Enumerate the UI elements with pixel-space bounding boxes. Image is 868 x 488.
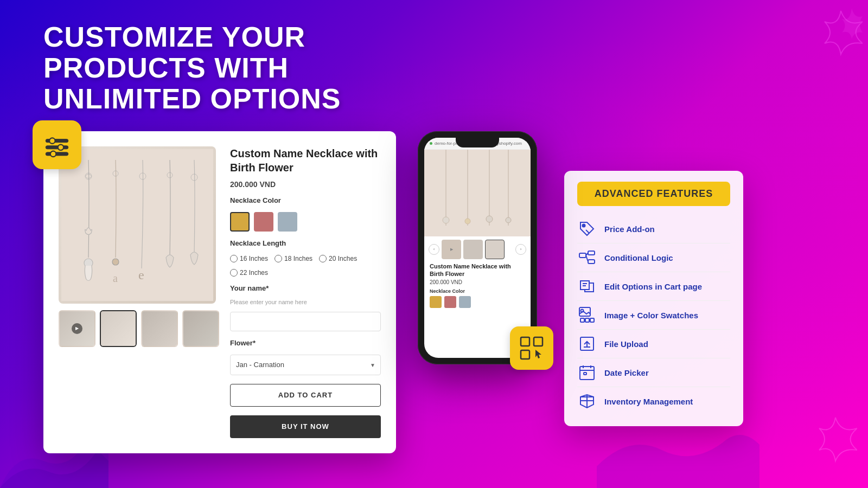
svg-rect-26 <box>534 337 542 346</box>
product-images-section: a e <box>59 146 219 438</box>
feature-inventory-label: Inventory Management <box>604 397 693 406</box>
phone-swatch-gold[interactable] <box>430 296 442 308</box>
product-title: Custom Name Necklace with Birth Flower <box>230 146 381 175</box>
length-20[interactable]: 20 Inches <box>319 255 357 262</box>
phone-thumb-2[interactable] <box>463 240 483 259</box>
feature-inventory: Inventory Management <box>577 387 730 415</box>
svg-rect-25 <box>521 337 529 346</box>
color-swatches <box>230 212 381 232</box>
add-to-cart-button[interactable]: ADD TO CART <box>230 384 381 407</box>
phone-text-area: Custom Name Necklace with Birth Flower 2… <box>424 262 531 313</box>
play-icon: ▶ <box>72 323 82 334</box>
necklace-illustration: a e <box>61 149 213 301</box>
radio-circle-22 <box>230 269 238 277</box>
svg-rect-40 <box>585 318 589 322</box>
swatch-rose[interactable] <box>254 212 273 232</box>
flower-dropdown-wrapper: Jan - Carnation <box>230 355 381 375</box>
phone-screen: demo-for-product-options-app.myshopify.c… <box>424 138 531 358</box>
thumbnail-2[interactable] <box>100 310 137 347</box>
content-row: a e <box>43 131 835 466</box>
svg-line-29 <box>586 230 589 233</box>
phone-color-swatches <box>430 296 525 308</box>
swatch-silver[interactable] <box>278 212 297 232</box>
secure-icon <box>430 142 432 145</box>
phone-thumb-1[interactable]: ▶ <box>442 240 461 259</box>
length-18[interactable]: 18 Inches <box>275 255 312 262</box>
features-header-text: ADVANCED FEATURES <box>586 188 722 200</box>
length-22-label: 22 Inches <box>240 269 268 277</box>
thumbnail-4[interactable] <box>182 310 219 347</box>
svg-point-5 <box>50 151 56 156</box>
svg-point-3 <box>49 138 55 143</box>
phone-product-price: 200.000 VND <box>430 279 525 285</box>
feature-price-addon-label: Price Add-on <box>604 224 655 234</box>
settings-badge <box>33 120 81 169</box>
svg-line-34 <box>586 255 588 262</box>
svg-rect-49 <box>584 373 586 375</box>
edit-options-icon <box>577 277 597 296</box>
flower-option-label: Flower* <box>230 339 381 347</box>
svg-point-24 <box>506 217 511 223</box>
product-info: Custom Name Necklace with Birth Flower 2… <box>230 146 381 438</box>
svg-text:a: a <box>113 272 118 284</box>
phone-next-btn[interactable]: › <box>515 244 526 255</box>
page-wrapper: CUSTOMIZE YOUR PRODUCTS WITH UNLIMITED O… <box>0 0 868 488</box>
image-swatches-icon <box>577 305 597 325</box>
feature-price-addon: Price Add-on <box>577 215 730 243</box>
phone-prev-btn[interactable]: ‹ <box>429 244 439 255</box>
date-picker-icon <box>577 363 597 382</box>
name-placeholder-text: Please enter your name here <box>230 299 381 305</box>
grid-icon <box>518 335 545 362</box>
feature-date-picker: Date Picker <box>577 358 730 387</box>
svg-point-22 <box>465 219 470 224</box>
phone-swatch-rose[interactable] <box>444 296 456 308</box>
thumbnail-row: ▶ <box>59 310 219 347</box>
svg-rect-39 <box>580 318 584 322</box>
conditional-logic-icon <box>577 248 597 267</box>
phone-thumb-3[interactable] <box>485 240 505 259</box>
card-inner: a e <box>59 146 381 438</box>
phone-swatch-silver[interactable] <box>459 296 471 308</box>
phone-thumbnails: ‹ ▶ › <box>424 236 531 262</box>
svg-point-8 <box>112 259 119 265</box>
svg-rect-41 <box>590 318 594 322</box>
feature-conditional-logic: Conditional Logic <box>577 243 730 272</box>
svg-text:e: e <box>138 268 144 282</box>
length-16-label: 16 Inches <box>240 255 268 262</box>
svg-rect-1 <box>46 145 68 149</box>
length-option-label: Necklace Length <box>230 239 381 247</box>
inventory-icon <box>577 391 597 411</box>
svg-point-4 <box>58 144 63 150</box>
phone-badge <box>510 326 553 370</box>
thumbnail-1[interactable]: ▶ <box>59 310 95 347</box>
radio-circle-16 <box>230 255 238 262</box>
name-input[interactable] <box>230 312 381 331</box>
svg-rect-16 <box>424 150 531 236</box>
thumbnail-3[interactable] <box>141 310 178 347</box>
name-option-label: Your name* <box>230 284 381 292</box>
phone-color-label: Necklace Color <box>430 288 525 294</box>
length-radio-group: 16 Inches 18 Inches 20 Inches 22 In <box>230 255 381 277</box>
feature-date-picker-label: Date Picker <box>604 368 649 377</box>
swatch-gold[interactable] <box>230 212 250 232</box>
flower-dropdown[interactable]: Jan - Carnation <box>230 355 381 375</box>
feature-file-upload-label: File Upload <box>604 339 648 349</box>
mobile-phone-container: demo-for-product-options-app.myshopify.c… <box>418 131 542 364</box>
feature-image-swatches: Image + Color Swatches <box>577 301 730 330</box>
settings-icon <box>43 131 71 159</box>
length-22[interactable]: 22 Inches <box>230 269 268 277</box>
product-main-image: a e <box>59 146 216 304</box>
length-16[interactable]: 16 Inches <box>230 255 268 262</box>
buy-now-button[interactable]: BUY IT NOW <box>230 415 381 438</box>
length-20-label: 20 Inches <box>329 255 357 262</box>
radio-circle-20 <box>319 255 327 262</box>
svg-rect-30 <box>579 253 586 258</box>
feature-edit-options: Edit Options in Cart page <box>577 272 730 301</box>
phone-product-title: Custom Name Necklace with Birth Flower <box>430 262 525 278</box>
phone-product-image <box>424 150 531 236</box>
features-header: ADVANCED FEATURES <box>577 182 730 206</box>
svg-point-21 <box>443 217 449 223</box>
feature-file-upload: File Upload <box>577 330 730 358</box>
desktop-product-card: a e <box>43 131 396 453</box>
phone-content: ‹ ▶ › Custom Name Necklace with Birth Fl… <box>424 150 531 358</box>
